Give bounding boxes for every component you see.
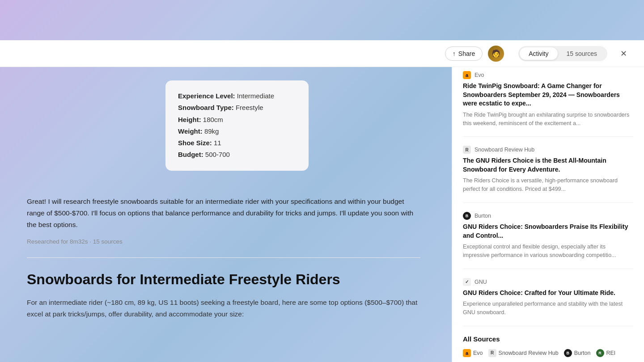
all-sources-evo[interactable]: a Evo xyxy=(463,349,483,357)
weight-label: Weight: xyxy=(178,127,204,135)
all-rei-logo: R xyxy=(596,349,604,357)
burton-source-name: Burton xyxy=(475,213,491,219)
gnu-logo: ✓ xyxy=(463,278,471,286)
citation-source-4: ✓ GNU xyxy=(463,278,633,286)
all-sources-section: All Sources a Evo R Snowboard Review Hub… xyxy=(463,335,633,362)
research-meta: Researched for 8m32s · 15 sources xyxy=(27,238,420,245)
evo-logo: a xyxy=(463,71,471,79)
review-hub-logo: R xyxy=(463,146,471,154)
tab-switcher: Activity 15 sources xyxy=(518,46,607,61)
experience-value: Intermediate xyxy=(237,92,274,100)
citation-item-3[interactable]: B Burton GNU Riders Choice: Snowboarders… xyxy=(463,212,633,269)
right-panel: Citations a Evo Ride TwinPig Snowboard: … xyxy=(452,40,644,362)
share-button[interactable]: ↑ Share xyxy=(445,46,483,61)
activity-tab[interactable]: Activity xyxy=(520,47,557,60)
article-heading: Snowboards for Intermediate Freestyle Ri… xyxy=(27,270,420,289)
budget-row: Budget: 500-700 xyxy=(178,149,296,160)
height-row: Height: 180cm xyxy=(178,114,296,126)
experience-label: Experience Level: xyxy=(178,92,237,100)
weight-row: Weight: 89kg xyxy=(178,126,296,137)
avatar[interactable]: 🧑 xyxy=(488,46,504,62)
snowboard-type-label: Snowboard Type: xyxy=(178,104,236,111)
share-icon: ↑ xyxy=(453,50,456,57)
citation-excerpt-3: Exceptional control and flexible design,… xyxy=(463,243,633,260)
all-burton-name: Burton xyxy=(574,350,591,356)
snowboard-type-value: Freestyle xyxy=(236,104,263,111)
header-actions: ↑ Share 🧑 Activity 15 sources ✕ xyxy=(445,46,631,62)
height-label: Height: xyxy=(178,116,203,123)
citation-title-3: GNU Riders Choice: Snowboarders Praise I… xyxy=(463,223,633,240)
info-card-container: Experience Level: Intermediate Snowboard… xyxy=(27,80,420,183)
citation-title-2: The GNU Riders Choice is the Best All-Mo… xyxy=(463,156,633,174)
all-review-name: Snowboard Review Hub xyxy=(499,350,559,356)
citation-item-1[interactable]: a Evo Ride TwinPig Snowboard: A Game Cha… xyxy=(463,71,633,137)
citation-source-1: a Evo xyxy=(463,71,633,79)
article-body: For an intermediate rider (~180 cm, 89 k… xyxy=(27,297,420,320)
citation-title-4: GNU Riders Choice: Crafted for Your Ulti… xyxy=(463,289,633,298)
header-bar: ↑ Share 🧑 Activity 15 sources ✕ xyxy=(0,40,644,67)
citation-excerpt-2: The Riders Choice is a versatile, high-p… xyxy=(463,177,633,194)
sources-tab[interactable]: 15 sources xyxy=(558,47,606,60)
shoe-size-value: 11 xyxy=(214,139,221,147)
content-area: Experience Level: Intermediate Snowboard… xyxy=(0,67,447,362)
response-text: Great! I will research freestyle snowboa… xyxy=(27,196,420,231)
info-card: Experience Level: Intermediate Snowboard… xyxy=(165,80,309,171)
evo-source-name: Evo xyxy=(475,72,484,78)
budget-value: 500-700 xyxy=(205,151,230,158)
citation-excerpt-4: Experience unparalleled performance and … xyxy=(463,300,633,317)
shoe-size-label: Shoe Size: xyxy=(178,139,214,147)
source-icons-row: a Evo R Snowboard Review Hub B Burton R … xyxy=(463,349,633,357)
citation-item-4[interactable]: ✓ GNU GNU Riders Choice: Crafted for You… xyxy=(463,278,633,326)
height-value: 180cm xyxy=(203,116,223,123)
shoe-size-row: Shoe Size: 11 xyxy=(178,137,296,149)
all-evo-logo: a xyxy=(463,349,471,357)
burton-logo: B xyxy=(463,212,471,220)
all-evo-name: Evo xyxy=(473,350,483,356)
all-sources-heading: All Sources xyxy=(463,335,633,343)
citation-source-2: R Snowboard Review Hub xyxy=(463,146,633,154)
all-burton-logo: B xyxy=(564,349,572,357)
all-review-logo: R xyxy=(488,349,496,357)
gnu-source-name: GNU xyxy=(475,279,487,285)
all-sources-rei[interactable]: R REI xyxy=(596,349,616,357)
close-button[interactable]: ✕ xyxy=(616,46,631,61)
all-rei-name: REI xyxy=(606,350,616,356)
share-label: Share xyxy=(458,50,475,57)
citation-title-1: Ride TwinPig Snowboard: A Game Changer f… xyxy=(463,82,633,108)
section-divider xyxy=(27,257,420,258)
citation-item-2[interactable]: R Snowboard Review Hub The GNU Riders Ch… xyxy=(463,146,633,203)
weight-value: 89kg xyxy=(204,127,219,135)
right-panel-inner: Citations a Evo Ride TwinPig Snowboard: … xyxy=(452,40,644,362)
review-hub-source-name: Snowboard Review Hub xyxy=(475,147,534,153)
snowboard-type-row: Snowboard Type: Freestyle xyxy=(178,102,296,114)
all-sources-review-hub[interactable]: R Snowboard Review Hub xyxy=(488,349,559,357)
experience-row: Experience Level: Intermediate xyxy=(178,90,296,102)
citation-source-3: B Burton xyxy=(463,212,633,220)
all-sources-burton[interactable]: B Burton xyxy=(564,349,591,357)
budget-label: Budget: xyxy=(178,151,205,158)
citation-excerpt-1: The Ride TwinPig brought an exhilarating… xyxy=(463,111,633,128)
